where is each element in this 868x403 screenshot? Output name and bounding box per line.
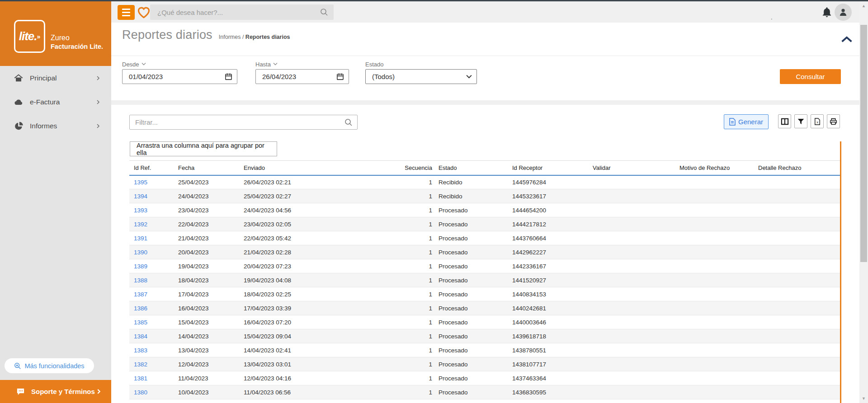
cell-detalle-rechazo <box>755 329 840 343</box>
estado-label-row: Estado <box>365 61 383 68</box>
cell-id-receptor: 1439618718 <box>509 329 590 343</box>
calendar-icon[interactable] <box>336 73 344 80</box>
cell-id-ref: 1387 <box>129 287 175 301</box>
report-id-link[interactable]: 1393 <box>134 207 147 214</box>
report-id-link[interactable]: 1389 <box>134 263 147 270</box>
consultar-button[interactable]: Consultar <box>780 69 841 84</box>
print-button[interactable] <box>827 114 840 128</box>
user-avatar[interactable] <box>835 4 852 21</box>
cell-id-ref: 1384 <box>129 329 175 343</box>
report-id-link[interactable]: 1388 <box>134 277 147 284</box>
cell-validar <box>590 259 677 273</box>
report-id-link[interactable]: 1384 <box>134 333 147 340</box>
cell-id-ref: 1395 <box>129 175 175 189</box>
col-enviado[interactable]: Enviado <box>241 161 374 175</box>
chat-bubble-icon <box>16 388 25 396</box>
cell-id-receptor: 1441520927 <box>509 273 590 287</box>
desde-date-input[interactable]: 01/04/2023 <box>122 69 237 84</box>
report-id-link[interactable]: 1381 <box>134 375 147 382</box>
chevron-right-icon <box>96 76 100 80</box>
estado-value: (Todos) <box>372 73 395 80</box>
col-id-receptor[interactable]: Id Receptor <box>509 161 590 175</box>
grid-filter-input[interactable] <box>130 115 357 129</box>
cell-validar <box>590 343 677 357</box>
breadcrumb: Informes / Reportes diarios <box>219 34 290 40</box>
generar-button[interactable]: Generar <box>724 114 769 129</box>
page-scrollbar[interactable]: ▲ ▼ <box>859 1 868 403</box>
cell-validar <box>590 315 677 329</box>
report-id-link[interactable]: 1383 <box>134 347 147 354</box>
cell-id-receptor: 1437463364 <box>509 371 590 385</box>
collapse-panel-button[interactable] <box>841 34 853 44</box>
report-id-link[interactable]: 1380 <box>134 389 147 396</box>
cell-fecha: 12/04/2023 <box>175 357 241 371</box>
col-detalle-rechazo[interactable]: Detalle Rechazo <box>755 161 840 175</box>
scrollbar-thumb[interactable] <box>860 25 867 262</box>
report-id-link[interactable]: 1391 <box>134 235 147 242</box>
report-id-link[interactable]: 1385 <box>134 319 147 326</box>
cell-motivo-rechazo <box>677 329 755 343</box>
cell-motivo-rechazo <box>677 217 755 231</box>
cell-motivo-rechazo <box>677 385 755 399</box>
excel-export-button[interactable]: x <box>811 114 824 128</box>
reports-table: Id Ref. Fecha Enviado Secuencia Estado I… <box>129 160 840 399</box>
report-id-link[interactable]: 1386 <box>134 305 147 312</box>
group-drop-zone[interactable]: Arrastra una columna aquí para agrupar p… <box>130 141 277 156</box>
cell-validar <box>590 287 677 301</box>
cell-fecha: 25/04/2023 <box>175 175 241 189</box>
cell-enviado: 21/04/2023 02:28 <box>241 245 374 259</box>
cell-id-receptor: 1440834153 <box>509 287 590 301</box>
filter-funnel-button[interactable] <box>794 114 807 128</box>
cell-id-receptor: 1438107717 <box>509 357 590 371</box>
cell-detalle-rechazo <box>755 357 840 371</box>
favorites-button[interactable] <box>137 5 151 19</box>
cell-motivo-rechazo <box>677 175 755 189</box>
support-terms-button[interactable]: Soporte y Términos <box>0 380 111 403</box>
cell-secuencia: 1 <box>374 175 436 189</box>
col-fecha[interactable]: Fecha <box>175 161 241 175</box>
report-id-link[interactable]: 1395 <box>134 179 147 186</box>
scrollbar-up-arrow[interactable]: ▲ <box>859 2 868 9</box>
cell-validar <box>590 203 677 217</box>
report-id-link[interactable]: 1382 <box>134 361 147 368</box>
svg-text:x: x <box>816 120 818 124</box>
col-id-ref[interactable]: Id Ref. <box>129 161 175 175</box>
report-id-link[interactable]: 1387 <box>134 291 147 298</box>
col-validar[interactable]: Validar <box>590 161 677 175</box>
cell-motivo-rechazo <box>677 357 755 371</box>
estado-select[interactable]: (Todos) <box>365 69 477 84</box>
search-icon <box>344 118 353 127</box>
report-id-link[interactable]: 1392 <box>134 221 147 228</box>
menu-toggle-button[interactable] <box>118 5 135 20</box>
columns-button[interactable] <box>778 114 791 128</box>
col-estado[interactable]: Estado <box>436 161 509 175</box>
desde-label-row[interactable]: Desde <box>122 61 146 68</box>
col-motivo-rechazo[interactable]: Motivo de Rechazo <box>677 161 755 175</box>
col-secuencia[interactable]: Secuencia <box>374 161 436 175</box>
report-id-link[interactable]: 1394 <box>134 193 147 200</box>
table-row: 138111/04/202312/04/2023 04:161Procesado… <box>129 371 840 385</box>
cell-secuencia: 1 <box>374 301 436 315</box>
cell-validar <box>590 385 677 399</box>
report-id-link[interactable]: 1390 <box>134 249 147 256</box>
cell-secuencia: 1 <box>374 385 436 399</box>
scrollbar-down-arrow[interactable]: ▼ <box>859 395 868 402</box>
sidebar-item-efactura[interactable]: e-Factura <box>0 90 111 114</box>
global-search-input[interactable] <box>150 5 334 20</box>
brand-name: Zureo <box>51 33 103 42</box>
cell-detalle-rechazo <box>755 231 840 245</box>
table-row: 138919/04/202320/04/2023 07:231Procesado… <box>129 259 840 273</box>
hasta-label-row[interactable]: Hasta <box>255 61 278 68</box>
hasta-date-input[interactable]: 26/04/2023 <box>255 69 349 84</box>
sidebar-menu: Principal e-Factura Informes <box>0 66 111 138</box>
sidebar-item-informes[interactable]: Informes <box>0 114 111 138</box>
cell-secuencia: 1 <box>374 329 436 343</box>
cell-detalle-rechazo <box>755 189 840 203</box>
sidebar-item-principal[interactable]: Principal <box>0 66 111 90</box>
cell-enviado: 11/04/2023 06:56 <box>241 385 374 399</box>
window-top-edge <box>0 0 868 1</box>
calendar-icon[interactable] <box>225 73 232 80</box>
chevron-down-icon <box>142 62 146 67</box>
more-features-button[interactable]: Más funcionalidades <box>5 358 94 373</box>
notifications-button[interactable] <box>821 6 833 18</box>
